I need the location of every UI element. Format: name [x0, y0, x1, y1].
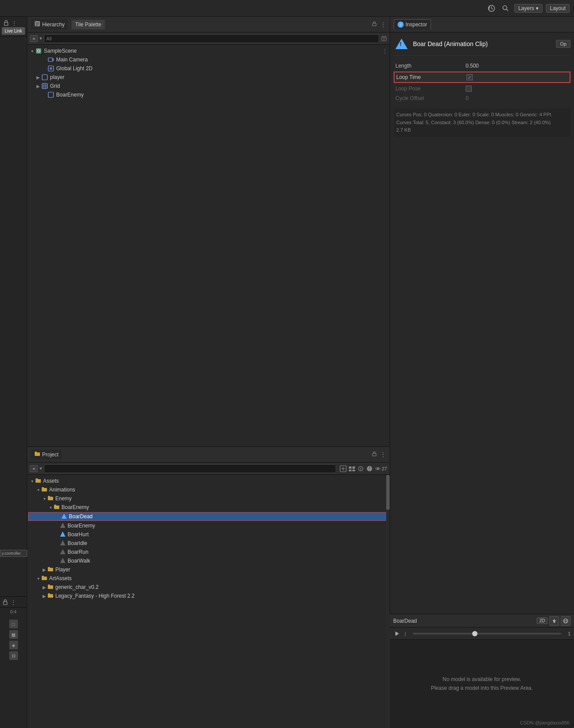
tree-item-boar-enemy[interactable]: ▶ BoarEnemy — [27, 90, 390, 99]
vert-icon-1[interactable]: □ — [9, 620, 18, 628]
tree-item-global-light[interactable]: ▶ Global Light 2D — [27, 64, 390, 73]
svg-marker-44 — [60, 549, 65, 554]
vert-icon-2[interactable]: ▦ — [9, 630, 18, 639]
svg-marker-42 — [60, 531, 65, 537]
timeline-marker: | — [405, 631, 406, 636]
controller-label: y.controller — [0, 550, 27, 557]
project-icon-1[interactable] — [340, 465, 347, 472]
project-item-legacy-fantasy[interactable]: ▶ Legacy_Fantasy - High Forest 2.2 — [27, 592, 390, 600]
svg-point-39 — [377, 468, 379, 470]
project-item-boar-dead[interactable]: BoarDead — [28, 512, 389, 521]
grid-arrow: ▶ — [35, 84, 41, 89]
project-icon-4[interactable]: ! — [366, 465, 373, 472]
scene-item-samplescene[interactable]: ▾ SampleScene ⋮ — [27, 47, 390, 55]
project-item-player-folder[interactable]: ▶ Player — [27, 565, 390, 574]
project-item-boar-hurt[interactable]: BoarHurt — [27, 530, 390, 539]
enemy-label: Enemy — [55, 495, 72, 502]
open-button[interactable]: Op — [556, 40, 570, 48]
visibility-count: 27 — [375, 466, 387, 471]
boar-enemy-hierarchy-label: BoarEnemy — [56, 92, 84, 98]
tree-item-main-camera[interactable]: ▶ Main Camera — [27, 55, 390, 64]
loop-pose-checkbox[interactable] — [466, 86, 472, 92]
svg-rect-33 — [349, 470, 352, 471]
layers-dropdown[interactable]: Layers ▾ — [514, 4, 542, 13]
project-toolbar: + ▾ — [27, 463, 390, 475]
tile-palette-label: Tile Palette — [75, 22, 101, 28]
asset-header: ! Boar Dead (Animation Clip) Op — [394, 36, 570, 56]
inspector-header: i Inspector — [390, 17, 574, 32]
project-icon-3[interactable] — [357, 465, 364, 472]
add-hierarchy-btn[interactable]: + — [30, 35, 38, 42]
project-item-generic-char[interactable]: ▶ generic_char_v0.2 — [27, 583, 390, 592]
loop-time-checkbox[interactable] — [466, 74, 473, 80]
project-item-assets[interactable]: ▾ Assets — [27, 477, 390, 485]
inspector-tab[interactable]: i Inspector — [394, 19, 431, 29]
svg-point-19 — [50, 67, 52, 70]
tree-item-player[interactable]: ▶ player — [27, 73, 390, 82]
layout-button[interactable]: Layout — [546, 4, 570, 13]
boarenemy-folder-label: BoarEnemy — [61, 504, 89, 510]
add-dropdown-arrow[interactable]: ▾ — [39, 36, 42, 41]
hierarchy-menu-icon[interactable]: ⋮ — [380, 21, 386, 28]
loop-time-label: Loop Time — [396, 74, 466, 80]
hierarchy-content: ▾ SampleScene ⋮ ▶ — [27, 45, 390, 446]
timeline-position-dot[interactable] — [472, 631, 477, 636]
live-link-button[interactable]: Live Link — [2, 27, 25, 35]
player-icon — [41, 74, 48, 81]
project-scrollbar[interactable] — [386, 475, 390, 728]
dots-menu-icon[interactable]: ⋮ — [11, 20, 17, 26]
add-project-btn[interactable]: + — [30, 465, 38, 472]
svg-point-2 — [503, 6, 507, 10]
project-tab[interactable]: Project — [31, 449, 62, 459]
project-item-boar-enemy-anim[interactable]: BoarEnemy — [27, 521, 390, 530]
preview-header: BoarDead 2D — [390, 614, 574, 628]
preview-icon-b[interactable] — [561, 616, 570, 626]
boar-hurt-label: BoarHurt — [68, 531, 89, 538]
hierarchy-lock-icon[interactable] — [371, 21, 377, 28]
tree-item-grid[interactable]: ▶ Grid — [27, 82, 390, 90]
svg-rect-5 — [4, 602, 7, 605]
length-property-row: Length 0.500 — [394, 61, 570, 71]
project-item-boar-run[interactable]: BoarRun — [27, 548, 390, 556]
animations-arrow: ▾ — [35, 488, 41, 492]
hierarchy-search-input[interactable] — [44, 34, 379, 43]
animations-folder-icon — [41, 487, 47, 493]
eye-icon — [375, 466, 381, 471]
grid-icon — [41, 82, 48, 90]
bottom-dots-icon[interactable]: ⋮ — [11, 599, 16, 606]
curves-info: Curves Pos: 0 Quaternion: 0 Euler: 0 Sca… — [394, 108, 570, 137]
project-item-art-assets[interactable]: ▾ ArtAssets — [27, 574, 390, 583]
inspector-properties: Length 0.500 Loop Time Loop Pose Cycle O… — [394, 61, 570, 103]
project-menu-icon[interactable]: ⋮ — [380, 451, 386, 458]
hierarchy-tab[interactable]: Hierarchy — [31, 19, 68, 30]
project-item-boar-idle[interactable]: BoarIdle — [27, 539, 390, 548]
cycle-offset-value: 0 — [466, 95, 569, 101]
preview-2d-button[interactable]: 2D — [537, 617, 548, 624]
filter-icon[interactable] — [381, 36, 387, 42]
csdn-watermark: CSDN @jiangdaxia886 — [520, 720, 570, 725]
search-icon[interactable] — [500, 3, 511, 14]
project-scroll-thumb[interactable] — [386, 475, 390, 510]
scene-dots-btn[interactable]: ⋮ — [382, 47, 388, 54]
asset-title: Boar Dead (Animation Clip) — [413, 40, 488, 47]
project-icon-2[interactable] — [348, 465, 355, 472]
project-lock-icon[interactable] — [371, 451, 377, 458]
tile-palette-tab[interactable]: Tile Palette — [72, 20, 105, 29]
history-icon[interactable] — [486, 3, 497, 14]
preview-icon-a[interactable] — [549, 616, 559, 626]
svg-marker-48 — [395, 631, 399, 636]
right-inspector-panel: i Inspector ! Boar Dead (Animation Clip)… — [390, 17, 574, 728]
svg-rect-8 — [36, 24, 39, 25]
project-search-input[interactable] — [44, 464, 336, 473]
project-add-arrow[interactable]: ▾ — [39, 466, 42, 471]
project-item-boar-walk[interactable]: BoarWalk — [27, 556, 390, 565]
vert-icon-3[interactable]: ◈ — [9, 641, 18, 649]
project-item-animations[interactable]: ▾ Animations — [27, 485, 390, 494]
inspector-tab-label: Inspector — [405, 22, 427, 28]
project-item-boarenemy-folder[interactable]: ▾ BoarEnemy — [27, 503, 390, 512]
preview-timeline[interactable] — [413, 633, 561, 635]
vert-icon-4[interactable]: ⊟ — [9, 651, 18, 660]
project-item-enemy[interactable]: ▾ Enemy — [27, 494, 390, 503]
svg-marker-43 — [60, 540, 65, 545]
play-button[interactable] — [393, 630, 401, 638]
